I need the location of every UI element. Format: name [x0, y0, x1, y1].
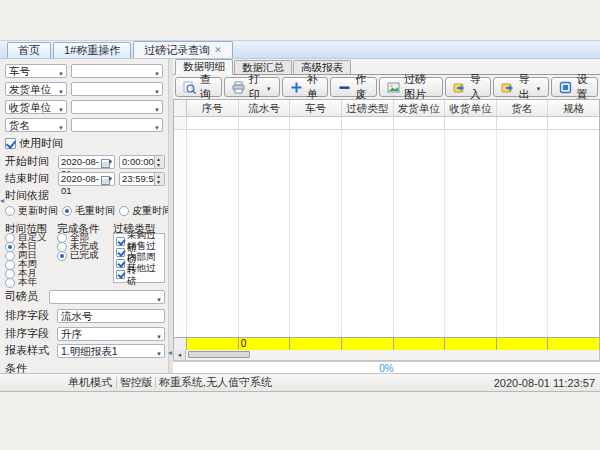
- field-value-receiver[interactable]: [71, 100, 163, 114]
- col-serial[interactable]: 流水号: [239, 100, 291, 116]
- field-select-shipper[interactable]: 发货单位: [5, 82, 67, 96]
- weigher-select[interactable]: [49, 290, 165, 304]
- filter-cell[interactable]: [445, 117, 497, 129]
- col-goods[interactable]: 货名: [497, 100, 549, 116]
- tab-home[interactable]: 首页: [7, 42, 51, 58]
- report-style-select[interactable]: 1.明细报表1: [57, 344, 165, 358]
- use-time-row: 使用时间: [5, 136, 165, 151]
- radio-this-year[interactable]: [5, 278, 15, 288]
- tab-record-query[interactable]: 过磅记录查询: [133, 41, 233, 58]
- radio-gross-time[interactable]: [62, 206, 72, 216]
- checkbox-sale[interactable]: [116, 248, 125, 257]
- print-button[interactable]: 打印: [224, 77, 280, 97]
- panel-collapse-icon[interactable]: [0, 196, 4, 205]
- total-cell: 0: [239, 338, 291, 350]
- export-icon: [501, 81, 514, 94]
- field-value-goods[interactable]: [71, 118, 163, 132]
- table-total-row: 0: [174, 337, 599, 350]
- import-button[interactable]: 导入: [445, 77, 492, 97]
- image-icon: [387, 81, 400, 94]
- import-icon: [453, 81, 466, 94]
- filter-cell[interactable]: [290, 117, 342, 129]
- end-date-input[interactable]: 2020-08-01: [58, 172, 115, 186]
- filter-groups: 时间范围 自定义 本日 两日 本周 本月 本年 完成条件 全部 未完成 已完成 …: [5, 222, 165, 287]
- sort-field-row: 排序字段 流水号: [5, 308, 165, 323]
- spinner-icon[interactable]: [154, 156, 164, 168]
- checkbox-purchase[interactable]: [116, 237, 125, 246]
- checkbox-other[interactable]: [116, 270, 125, 279]
- total-cell: [187, 338, 239, 350]
- chevron-down-icon[interactable]: [533, 81, 541, 93]
- tab-weigh-operation[interactable]: 1#称重操作: [53, 42, 131, 58]
- table-header: 序号 流水号 车号 过磅类型 发货单位 收货单位 货名 规格: [174, 100, 599, 117]
- radio-update-time[interactable]: [5, 206, 15, 216]
- void-button[interactable]: 作废: [330, 77, 377, 97]
- col-spec[interactable]: 规格: [548, 100, 599, 116]
- query-button[interactable]: 查询: [175, 77, 222, 97]
- time-range-group: 时间范围 自定义 本日 两日 本周 本月 本年: [5, 222, 57, 287]
- start-time-row: 开始时间 2020-08-01 0:00:00: [5, 154, 165, 169]
- close-icon[interactable]: [214, 46, 222, 55]
- printer-icon: [232, 81, 245, 94]
- radio-unfinished[interactable]: [57, 242, 67, 252]
- calendar-icon[interactable]: [102, 175, 112, 184]
- filter-cell[interactable]: [548, 117, 599, 129]
- sort-field-input[interactable]: 流水号: [57, 309, 165, 323]
- panel-splitter[interactable]: [168, 59, 173, 375]
- status-system-name: 称重系统,无人值守系统: [156, 375, 470, 390]
- field-value-shipper[interactable]: [71, 82, 163, 96]
- gear-icon: [559, 81, 572, 94]
- use-time-checkbox[interactable]: [5, 138, 16, 149]
- settings-button[interactable]: 设置: [551, 77, 598, 97]
- radio-finished[interactable]: [57, 251, 67, 261]
- field-select-vehicle[interactable]: 车号: [5, 64, 67, 78]
- filter-panel: 车号 发货单位 收货单位 货名 使用时间 开始时间 2020-08-0: [0, 59, 168, 375]
- filter-cell[interactable]: [342, 117, 394, 129]
- total-cell: [548, 338, 599, 350]
- chevron-down-icon[interactable]: [264, 81, 272, 93]
- field-value-vehicle[interactable]: [71, 64, 163, 78]
- filter-cell[interactable]: [394, 117, 446, 129]
- start-date-input[interactable]: 2020-08-01: [58, 155, 115, 169]
- radio-tare-time[interactable]: [119, 206, 129, 216]
- filter-cell[interactable]: [239, 117, 291, 129]
- tab-advanced-report[interactable]: 高级报表: [293, 60, 351, 74]
- col-vehicle[interactable]: 车号: [290, 100, 342, 116]
- field-select-receiver[interactable]: 收货单位: [5, 100, 67, 114]
- data-subtabs: 数据明细 数据汇总 高级报表: [173, 59, 600, 75]
- main-tabstrip: 首页 1#称重操作 过磅记录查询: [0, 41, 600, 59]
- col-receiver[interactable]: 收货单位: [445, 100, 497, 116]
- end-time-row: 结束时间 2020-08-01 23:59:59: [5, 171, 165, 186]
- toolbar: 查询 打印 补单 作废 过磅图片: [173, 75, 600, 99]
- col-shipper[interactable]: 发货单位: [394, 100, 446, 116]
- scroll-left-icon[interactable]: [174, 350, 186, 360]
- checkbox-internal[interactable]: [116, 259, 125, 268]
- radio-all[interactable]: [57, 233, 67, 243]
- col-index[interactable]: 序号: [187, 100, 239, 116]
- plus-icon: [290, 81, 303, 94]
- start-time-input[interactable]: 0:00:00: [119, 155, 165, 169]
- spinner-icon[interactable]: [154, 173, 164, 185]
- tab-data-summary[interactable]: 数据汇总: [234, 60, 292, 74]
- field-select-goods[interactable]: 货名: [5, 118, 67, 132]
- calendar-icon[interactable]: [102, 158, 112, 167]
- search-icon: [183, 81, 196, 94]
- app-window: 首页 1#称重操作 过磅记录查询 车号 发货单位 收货单位 货名: [0, 40, 600, 392]
- finish-condition-group: 完成条件 全部 未完成 已完成: [57, 222, 113, 287]
- filter-cell[interactable]: [497, 117, 549, 129]
- report-style-row: 报表样式 1.明细报表1: [5, 343, 165, 358]
- weigh-type-box: 采购过磅 销售过磅 内部周转 其他过磅: [113, 233, 165, 283]
- filter-cell[interactable]: [187, 117, 239, 129]
- total-cell: [394, 338, 446, 350]
- col-weigh-type[interactable]: 过磅类型: [342, 100, 394, 116]
- sort-order-row: 排序字段 升序: [5, 326, 165, 341]
- total-cell: [497, 338, 549, 350]
- end-time-input[interactable]: 23:59:59: [119, 172, 165, 186]
- export-button[interactable]: 导出: [493, 77, 549, 97]
- total-cell: [445, 338, 497, 350]
- weigh-photo-button[interactable]: 过磅图片: [379, 77, 443, 97]
- sort-order-select[interactable]: 升序: [57, 327, 165, 341]
- supplement-button[interactable]: 补单: [282, 77, 329, 97]
- horizontal-scrollbar[interactable]: [173, 350, 600, 361]
- scrollbar-thumb[interactable]: [188, 351, 250, 358]
